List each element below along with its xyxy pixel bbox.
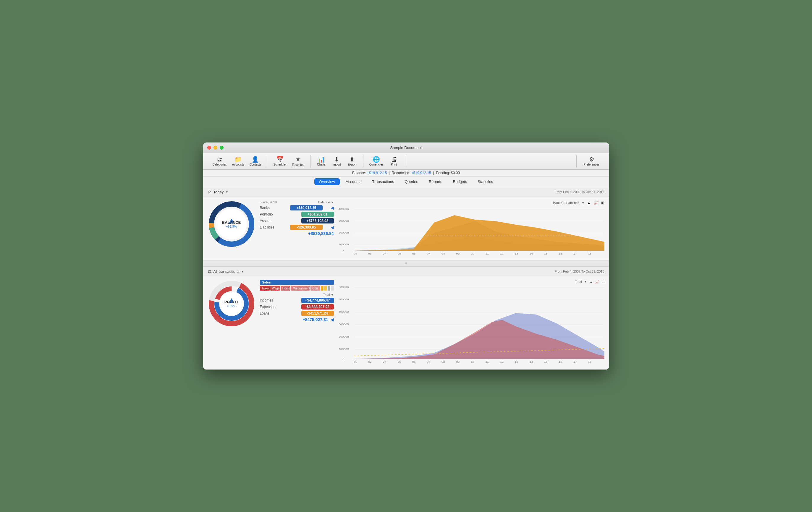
profit-donut: PROFIT +9.9% xyxy=(208,280,255,327)
svg-text:400000: 400000 xyxy=(339,208,349,210)
currencies-icon: 🌐 xyxy=(373,156,380,162)
scheduler-button[interactable]: 📅 Scheduler xyxy=(271,155,289,167)
tab-transactions[interactable]: Transactions xyxy=(367,178,399,185)
svg-text:500000: 500000 xyxy=(339,298,349,301)
profit-row-loans: Loans -$411,571.24 xyxy=(260,311,334,316)
balance-date-header: Jun 4, 2019 Balance ▼ xyxy=(260,201,334,205)
svg-text:0: 0 xyxy=(342,358,344,361)
chart-area-icon[interactable]: ▲ xyxy=(587,201,591,205)
svg-text:04: 04 xyxy=(383,252,386,255)
balance-dropdown-icon[interactable]: ▼ xyxy=(331,201,334,204)
svg-text:18: 18 xyxy=(588,252,591,255)
svg-text:06: 06 xyxy=(412,360,415,363)
balance-chart-area: Banks + Liabilities ▼ ▲ 📈 ⊞ 400000 30000… xyxy=(339,201,604,256)
tab-budgets[interactable]: Budgets xyxy=(448,178,472,185)
svg-text:03: 03 xyxy=(368,252,372,255)
svg-text:08: 08 xyxy=(441,360,445,363)
svg-text:300000: 300000 xyxy=(339,323,349,326)
svg-text:14: 14 xyxy=(529,360,533,363)
svg-text:100000: 100000 xyxy=(339,348,349,351)
taxes-bar: Taxes xyxy=(260,286,270,291)
home-bar: Home xyxy=(281,286,290,291)
toolbar: 🗂 Categories 📁 Accounts 👤 Contacts 📅 Sch… xyxy=(203,153,609,170)
svg-text:06: 06 xyxy=(412,252,415,255)
currencies-button[interactable]: 🌐 Currencies xyxy=(367,155,386,167)
profit-area-icon[interactable]: ▲ xyxy=(590,280,593,284)
pending-label: Pending: xyxy=(436,171,450,175)
profit-row-incomes: Incomes +$4,774,896.47 xyxy=(260,298,334,303)
import-button[interactable]: ⬇ Import xyxy=(329,155,344,167)
category-bars: Sales Taxes Wage Home Management Con... xyxy=(260,280,334,291)
tab-accounts[interactable]: Accounts xyxy=(341,178,366,185)
profit-table: Sales Taxes Wage Home Management Con... xyxy=(260,280,334,366)
svg-text:13: 13 xyxy=(515,360,518,363)
tab-queries[interactable]: Queries xyxy=(400,178,423,185)
chart-filter-dropdown[interactable]: ▼ xyxy=(582,201,585,205)
favorites-button[interactable]: ★ Favorites xyxy=(290,155,307,168)
sales-bar: Sales xyxy=(260,280,334,285)
balance-overview: BALANCE +96.9% Jun 4, 2019 Balance ▼ Ban… xyxy=(203,197,609,260)
tab-overview[interactable]: Overview xyxy=(314,178,340,185)
export-button[interactable]: ⬆ Export xyxy=(345,155,359,167)
svg-text:200000: 200000 xyxy=(339,335,349,338)
charts-button[interactable]: 📊 Charts xyxy=(314,155,329,167)
close-button[interactable] xyxy=(207,146,211,150)
toolbar-group-charts: 📊 Charts ⬇ Import ⬆ Export xyxy=(311,155,364,167)
tab-reports[interactable]: Reports xyxy=(424,178,447,185)
favorites-icon: ★ xyxy=(295,156,301,162)
contacts-button[interactable]: 👤 Contacts xyxy=(247,155,263,167)
tab-statistics[interactable]: Statistics xyxy=(473,178,498,185)
section2-date-range: From Feb 4, 2002 To Oct 31, 2018 xyxy=(555,270,604,273)
toolbar-group-preferences: ⚙ Preferences xyxy=(576,155,606,167)
print-button[interactable]: 🖨 Print xyxy=(386,155,401,167)
section2-header: ⚖ All transactions ▼ From Feb 4, 2002 To… xyxy=(203,267,609,276)
balance-value: +$19,912.15 xyxy=(367,171,387,175)
balance-chart-svg: 400000 300000 200000 100000 0 xyxy=(339,206,604,255)
minimize-button[interactable] xyxy=(213,146,218,150)
section1-header: ⚖ Today ▼ From Feb 4, 2002 To Oct 31, 20… xyxy=(203,187,609,197)
transactions-dropdown-icon[interactable]: ▼ xyxy=(241,270,244,273)
preferences-icon: ⚙ xyxy=(589,156,594,162)
transactions-icon: ⚖ xyxy=(208,269,212,274)
profit-donut-label: PROFIT +9.9% xyxy=(225,300,239,308)
drag-handle[interactable]: ≡ xyxy=(405,261,407,266)
svg-text:18: 18 xyxy=(588,360,591,363)
svg-text:15: 15 xyxy=(544,360,547,363)
svg-text:10: 10 xyxy=(471,360,474,363)
extra4-bar xyxy=(331,286,334,291)
profit-grid-icon[interactable]: ⊞ xyxy=(602,280,604,284)
svg-text:09: 09 xyxy=(456,252,460,255)
banks-arrow: ◀ xyxy=(330,206,334,210)
print-icon: 🖨 xyxy=(391,156,397,162)
profit-arrow: ◀ xyxy=(330,317,334,322)
contacts-icon: 👤 xyxy=(252,156,259,162)
accounts-button[interactable]: 📁 Accounts xyxy=(230,155,246,167)
total-dropdown[interactable]: ▼ xyxy=(331,293,334,297)
balance-total: +$830,836.84 xyxy=(260,231,334,236)
management-bar: Management xyxy=(291,286,310,291)
profit-chart-dropdown[interactable]: ▼ xyxy=(584,280,587,284)
svg-text:03: 03 xyxy=(368,360,372,363)
profit-line-icon[interactable]: 📈 xyxy=(595,280,600,284)
toolbar-group-currencies: 🌐 Currencies 🖨 Print xyxy=(364,155,405,167)
categories-button[interactable]: 🗂 Categories xyxy=(210,155,229,167)
chart-line-icon[interactable]: 📈 xyxy=(593,201,599,205)
svg-text:11: 11 xyxy=(485,360,489,363)
svg-text:16: 16 xyxy=(558,360,562,363)
svg-text:400000: 400000 xyxy=(339,310,349,313)
preferences-button[interactable]: ⚙ Preferences xyxy=(581,155,602,167)
today-dropdown-icon[interactable]: ▼ xyxy=(225,190,228,193)
maximize-button[interactable] xyxy=(220,146,224,150)
balance-section-icon: ⚖ xyxy=(208,189,212,194)
balance-row-assets: Assets +$786,108.93 xyxy=(260,218,334,223)
svg-text:17: 17 xyxy=(573,360,577,363)
svg-text:04: 04 xyxy=(383,360,386,363)
balance-row-portfolio: Portfolio +$51,209.61 xyxy=(260,212,334,217)
toolbar-group-schedule: 📅 Scheduler ★ Favorites xyxy=(267,155,310,168)
section1-title: ⚖ Today ▼ xyxy=(208,189,229,194)
chart-grid-icon[interactable]: ⊞ xyxy=(601,201,604,205)
wage-bar: Wage xyxy=(270,286,280,291)
extra3-bar xyxy=(328,286,330,291)
balance-donut-label: BALANCE +96.9% xyxy=(222,220,241,228)
section1-date-range: From Feb 4, 2002 To Oct 31, 2018 xyxy=(555,190,604,193)
